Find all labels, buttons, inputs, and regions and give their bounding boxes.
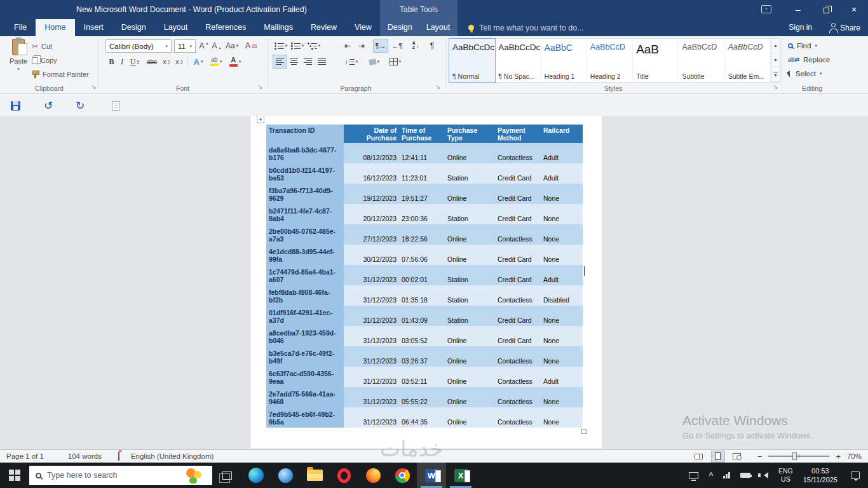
table-cell[interactable]: 16/12/2023 bbox=[344, 163, 399, 184]
text-effects-button[interactable]: A▾ bbox=[191, 55, 205, 68]
table-cell[interactable]: Station bbox=[445, 204, 495, 224]
table-cell[interactable]: Credit Card bbox=[495, 326, 541, 346]
table-cell[interactable]: Credit Card bbox=[495, 306, 541, 326]
table-cell[interactable]: 19:51:27 bbox=[399, 184, 445, 204]
search-highlights-flower-icon[interactable] bbox=[186, 467, 202, 484]
table-cell[interactable]: febf8dab-f808-46fa-bf2b bbox=[266, 285, 344, 306]
font-dialog-launcher[interactable]: ↘ bbox=[257, 83, 262, 90]
table-cell[interactable]: None bbox=[541, 346, 583, 367]
style-heading-1[interactable]: AaBbCHeading 1 bbox=[541, 39, 587, 82]
page-count[interactable]: Page 1 of 1 bbox=[6, 452, 44, 460]
table-cell[interactable]: Contactless bbox=[495, 143, 541, 163]
italic-button[interactable]: I bbox=[118, 55, 126, 68]
paragraph-dialog-launcher[interactable]: ↘ bbox=[435, 83, 440, 90]
table-cell[interactable]: 00:02:01 bbox=[399, 265, 445, 285]
taskbar-app-file-explorer[interactable] bbox=[300, 463, 329, 488]
sort-button[interactable]: AZ↓ bbox=[408, 39, 423, 52]
header-cell[interactable]: Purchase Type bbox=[445, 125, 495, 143]
redo-button[interactable]: ↻ bbox=[72, 99, 88, 112]
change-case-button[interactable]: Aa▾ bbox=[224, 39, 240, 52]
table-cell[interactable]: Online bbox=[445, 245, 495, 265]
borders-button[interactable]: ▾ bbox=[386, 55, 404, 68]
table-cell[interactable]: 03:52:11 bbox=[399, 367, 445, 387]
touch-keyboard-button[interactable] bbox=[684, 463, 703, 488]
highlight-caret[interactable]: ▾ bbox=[220, 59, 222, 64]
font-size-combo[interactable]: 11▾ bbox=[174, 39, 196, 53]
style-heading-2[interactable]: AaBbCcDHeading 2 bbox=[587, 39, 633, 82]
table-cell[interactable]: 2be00b45-0762-485e-a7a3 bbox=[266, 224, 344, 245]
contextual-tab-design[interactable]: Design bbox=[381, 19, 419, 36]
table-cell[interactable]: 03:05:52 bbox=[399, 326, 445, 346]
table-cell[interactable]: 07:56:06 bbox=[399, 245, 445, 265]
table-cell[interactable]: b3e5ca7d-e76c-49f2-b49f bbox=[266, 346, 344, 367]
taskbar-app-word[interactable]: W bbox=[417, 463, 446, 488]
line-spacing-button[interactable]: ↕▾ bbox=[342, 55, 361, 68]
increase-indent-button[interactable]: ⇥ bbox=[356, 39, 367, 52]
table-cell[interactable]: 11:23:01 bbox=[399, 163, 445, 184]
web-layout-button[interactable] bbox=[731, 451, 743, 462]
zoom-slider[interactable] bbox=[768, 456, 829, 457]
clipboard-dialog-launcher[interactable]: ↘ bbox=[91, 83, 96, 90]
numbering-button[interactable]: ▾ bbox=[290, 39, 305, 52]
justify-button[interactable] bbox=[315, 55, 328, 68]
table-cell[interactable]: 31/12/2023 bbox=[344, 367, 399, 387]
table-cell[interactable]: 1c74479d-85a4-4ba1-a607 bbox=[266, 265, 344, 285]
language-status[interactable]: English (United Kingdom) bbox=[131, 452, 214, 460]
header-cell[interactable]: Payment Method bbox=[495, 125, 541, 143]
zoom-slider-handle[interactable] bbox=[792, 452, 797, 460]
table-cell[interactable]: 31/12/2023 bbox=[344, 387, 399, 407]
word-count[interactable]: 104 words bbox=[68, 452, 102, 460]
styles-more-button[interactable]: ▼ bbox=[771, 67, 780, 82]
taskbar-app-opera[interactable] bbox=[329, 463, 358, 488]
table-cell[interactable]: Credit Card bbox=[495, 204, 541, 224]
table-cell[interactable]: 06:44:35 bbox=[399, 407, 445, 428]
table-cell[interactable]: Online bbox=[445, 224, 495, 245]
table-cell[interactable]: Online bbox=[445, 367, 495, 387]
table-cell[interactable]: Station bbox=[445, 265, 495, 285]
table-cell[interactable]: None bbox=[541, 407, 583, 428]
table-cell[interactable]: 7ed9b545-eb6f-49b2-9b5a bbox=[266, 407, 344, 428]
minimize-button[interactable]: – bbox=[784, 0, 812, 19]
start-button[interactable] bbox=[0, 463, 29, 488]
table-cell[interactable]: 31/12/2023 bbox=[344, 265, 399, 285]
table-cell[interactable]: Online bbox=[445, 346, 495, 367]
taskbar-search-box[interactable]: Type here to search bbox=[29, 466, 212, 485]
bullets-button[interactable]: ▾ bbox=[273, 39, 288, 52]
tell-me-box[interactable]: Tell me what you want to do... bbox=[468, 19, 584, 36]
table-cell[interactable]: Contactless bbox=[495, 407, 541, 428]
tab-mailings[interactable]: Mailings bbox=[255, 19, 302, 36]
font-color-caret[interactable]: ▾ bbox=[239, 59, 241, 64]
table-cell[interactable]: 31/12/2023 bbox=[344, 285, 399, 306]
print-layout-button[interactable] bbox=[712, 451, 724, 462]
table-cell[interactable]: None bbox=[541, 306, 583, 326]
taskbar-clock[interactable]: 00:53 15/11/2025 bbox=[798, 466, 843, 485]
action-center-button[interactable] bbox=[843, 463, 868, 488]
table-cell[interactable]: 6c63f7ac-d590-4356-9eaa bbox=[266, 367, 344, 387]
grow-font-button[interactable]: A▲ bbox=[198, 39, 210, 52]
tab-review[interactable]: Review bbox=[302, 19, 346, 36]
table-cell[interactable]: Online bbox=[445, 326, 495, 346]
replace-button[interactable]: ab⇄ Replace bbox=[788, 54, 830, 65]
select-caret[interactable]: ▾ bbox=[820, 71, 822, 76]
language-indicator[interactable]: ENG US bbox=[773, 467, 798, 483]
taskbar-app-edge[interactable] bbox=[241, 463, 271, 488]
find-caret[interactable]: ▾ bbox=[815, 43, 817, 48]
numbering-caret[interactable]: ▾ bbox=[302, 43, 304, 48]
table-cell[interactable]: Contactless bbox=[495, 387, 541, 407]
table-cell[interactable]: Contactless bbox=[495, 285, 541, 306]
tab-design[interactable]: Design bbox=[112, 19, 155, 36]
left-to-right-text-button[interactable]: ¶→ bbox=[374, 39, 388, 52]
bullets-caret[interactable]: ▾ bbox=[285, 43, 288, 48]
table-cell[interactable]: Credit Card bbox=[495, 245, 541, 265]
style-normal[interactable]: AaBbCcDc¶ Normal bbox=[449, 39, 495, 82]
table-cell[interactable]: 30/12/2023 bbox=[344, 245, 399, 265]
strikethrough-button[interactable]: abc bbox=[144, 55, 159, 68]
share-button[interactable]: Share bbox=[831, 19, 860, 36]
network-button[interactable] bbox=[718, 463, 735, 488]
table-cell[interactable]: Adult bbox=[541, 143, 583, 163]
table-resize-handle[interactable] bbox=[581, 429, 587, 434]
table-cell[interactable]: b2471f11-4fe7-4c87-8ab4 bbox=[266, 204, 344, 224]
table-cell[interactable]: 18:22:56 bbox=[399, 224, 445, 245]
styles-dialog-launcher[interactable]: ↘ bbox=[773, 83, 778, 90]
font-color-button[interactable]: A▾ bbox=[227, 55, 243, 68]
